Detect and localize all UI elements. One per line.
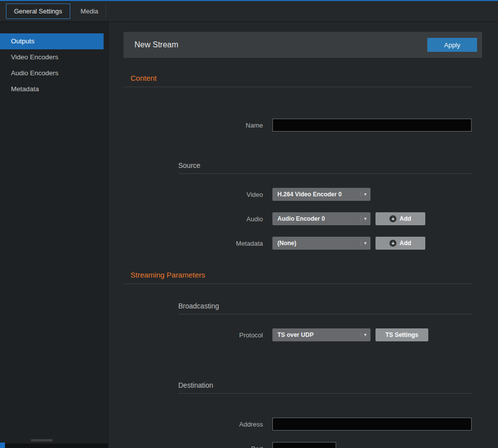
video-encoder-dropdown[interactable]: H.264 Video Encoder 0 ▾	[272, 188, 371, 201]
name-row: Name	[124, 119, 482, 132]
address-label: Address	[124, 421, 263, 428]
chevron-down-icon: ▾	[361, 332, 367, 337]
name-label: Name	[124, 122, 263, 129]
port-row: Port	[124, 442, 482, 448]
sidebar-item-video-encoders[interactable]: Video Encoders	[0, 49, 104, 65]
add-metadata-button[interactable]: + Add	[375, 237, 425, 250]
chevron-down-icon: ▾	[361, 241, 367, 246]
address-input[interactable]	[272, 418, 472, 431]
section-streaming-heading: Streaming Parameters	[124, 271, 472, 284]
scrollbar-thumb[interactable]	[31, 439, 53, 442]
plus-icon: +	[389, 215, 396, 222]
apply-button[interactable]: Apply	[427, 38, 477, 52]
protocol-label: Protocol	[124, 331, 263, 339]
metadata-label: Metadata	[124, 240, 263, 247]
sidebar-item-outputs[interactable]: Outputs	[0, 33, 104, 49]
metadata-dropdown[interactable]: (None) ▾	[272, 237, 371, 250]
protocol-selected: TS over UDP	[277, 331, 361, 338]
audio-row: Audio Audio Encoder 0 ▾ + Add	[124, 212, 482, 225]
audio-encoder-selected: Audio Encoder 0	[277, 215, 361, 222]
metadata-selected: (None)	[277, 240, 361, 247]
protocol-dropdown[interactable]: TS over UDP ▾	[272, 328, 371, 341]
broadcasting-subheading: Broadcasting	[178, 302, 472, 314]
main-content: New Stream Apply Content Name Source Vid…	[109, 22, 498, 448]
corner-accent	[0, 443, 5, 448]
tab-media[interactable]: Media	[73, 4, 106, 18]
add-audio-button[interactable]: + Add	[375, 212, 425, 225]
audio-encoder-dropdown[interactable]: Audio Encoder 0 ▾	[272, 212, 371, 225]
chevron-down-icon: ▾	[361, 192, 367, 197]
port-input[interactable]	[272, 442, 336, 448]
sidebar-item-metadata[interactable]: Metadata	[0, 81, 104, 97]
ts-settings-button[interactable]: TS Settings	[375, 328, 428, 341]
destination-subheading: Destination	[178, 381, 472, 394]
audio-label: Audio	[124, 215, 263, 223]
sidebar-horizontal-scrollbar[interactable]	[0, 439, 108, 442]
port-label: Port	[124, 445, 263, 448]
video-encoder-selected: H.264 Video Encoder 0	[277, 191, 361, 198]
section-content-heading: Content	[124, 74, 472, 87]
name-input[interactable]	[272, 119, 472, 132]
chevron-down-icon: ▾	[361, 216, 367, 221]
source-subheading: Source	[178, 161, 472, 174]
tab-general-settings[interactable]: General Settings	[6, 3, 70, 19]
video-row: Video H.264 Video Encoder 0 ▾	[124, 188, 482, 201]
sidebar-bottom-strip	[0, 444, 108, 448]
add-metadata-label: Add	[399, 240, 411, 247]
address-row: Address	[124, 418, 482, 431]
page-title: New Stream	[134, 40, 427, 49]
metadata-row: Metadata (None) ▾ + Add	[124, 237, 482, 250]
top-tab-bar: General Settings Media	[0, 1, 498, 22]
video-label: Video	[124, 191, 263, 198]
plus-icon: +	[389, 240, 396, 247]
protocol-row: Protocol TS over UDP ▾ TS Settings	[124, 328, 482, 341]
sidebar-item-audio-encoders[interactable]: Audio Encoders	[0, 65, 104, 81]
add-audio-label: Add	[399, 215, 411, 222]
sidebar: Outputs Video Encoders Audio Encoders Me…	[0, 22, 109, 448]
new-stream-header: New Stream Apply	[124, 32, 482, 58]
